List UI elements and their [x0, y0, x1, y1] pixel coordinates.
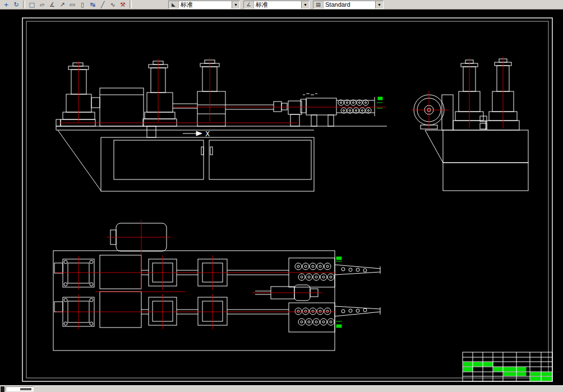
status-bar	[0, 385, 563, 392]
stretch-icon[interactable]: ↹	[87, 1, 98, 9]
chevron-down-icon[interactable]: ▼	[375, 1, 383, 8]
drawing-frame	[22, 18, 552, 381]
table-style-icon: ▤	[313, 1, 324, 8]
plan-view-annotations	[336, 257, 342, 328]
toolbar-separator	[130, 1, 132, 8]
drawing-canvas[interactable]: X	[0, 10, 563, 385]
polygon-icon[interactable]: ▱	[37, 1, 47, 9]
status-corner-block	[1, 386, 4, 392]
toolbar-separator	[23, 1, 25, 8]
text-style-value: 标准	[179, 1, 232, 9]
front-view-annotations	[377, 97, 382, 108]
viewport-icon[interactable]: ▯	[77, 1, 87, 9]
cad-application-window: + ↻ □ ▱ ∡ ↗ ▭ ▯ ↹ ╱ ∿ ⚒ ◣ 标准 ▼ ∠ 标准 ▼ ▤ …	[0, 0, 563, 392]
command-input[interactable]	[6, 386, 34, 391]
table-style-value: Standard	[324, 1, 375, 8]
text-style-combo[interactable]: ◣ 标准 ▼	[168, 1, 240, 9]
section-label: X	[205, 130, 210, 138]
angle-icon[interactable]: ∡	[47, 1, 57, 9]
pan-icon[interactable]: +	[1, 1, 11, 9]
chevron-down-icon[interactable]: ▼	[232, 1, 239, 8]
main-toolbar: + ↻ □ ▱ ∡ ↗ ▭ ▯ ↹ ╱ ∿ ⚒ ◣ 标准 ▼ ∠ 标准 ▼ ▤ …	[0, 0, 563, 10]
chevron-down-icon[interactable]: ▼	[301, 1, 309, 8]
leader-icon[interactable]: ↗	[57, 1, 67, 9]
zoom-window-icon[interactable]: □	[27, 1, 37, 9]
tools-icon[interactable]: ⚒	[118, 1, 128, 9]
front-view: X	[56, 58, 387, 191]
spline-icon[interactable]: ∿	[108, 1, 118, 9]
dim-style-icon: ∠	[244, 1, 254, 8]
title-block	[463, 352, 552, 381]
rectangle-icon[interactable]: ▭	[67, 1, 77, 9]
plan-view	[53, 220, 380, 351]
orbit-icon[interactable]: ↻	[11, 1, 21, 9]
dim-style-combo[interactable]: ∠ 标准 ▼	[243, 1, 310, 9]
side-view	[411, 57, 528, 191]
dim-style-value: 标准	[254, 1, 301, 9]
line-icon[interactable]: ╱	[98, 1, 108, 9]
table-style-combo[interactable]: ▤ Standard ▼	[313, 1, 384, 9]
text-style-icon: ◣	[169, 1, 179, 8]
